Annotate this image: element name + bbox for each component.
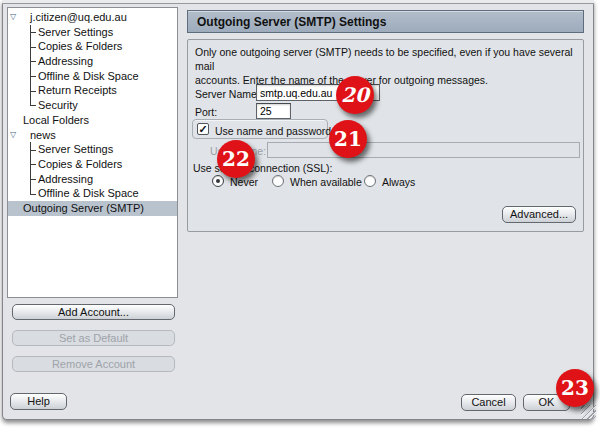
callout-badge-21: 21	[329, 120, 367, 158]
ssl-when-available-label[interactable]: When available	[290, 176, 362, 189]
help-button[interactable]: Help	[10, 393, 67, 410]
remove-account-button: Remove Account	[12, 356, 175, 372]
ssl-label: Use secure connection (SSL):	[193, 162, 332, 175]
sidebar-item-offline-disk-space[interactable]: Offline & Disk Space	[8, 69, 177, 84]
tree-label: Offline & Disk Space	[38, 187, 139, 199]
tree-label: Security	[38, 99, 78, 111]
set-as-default-button: Set as Default	[12, 330, 175, 346]
callout-badge-20: 20	[336, 76, 374, 114]
resize-grip[interactable]	[581, 405, 596, 419]
sidebar-item-account-jcitizen[interactable]: ▽ j.citizen@uq.edu.au	[8, 10, 177, 25]
cancel-button[interactable]: Cancel	[461, 394, 516, 411]
user-name-input	[267, 142, 580, 158]
server-name-label: Server Name:	[195, 88, 260, 101]
page-title: Outgoing Server (SMTP) Settings	[187, 10, 584, 33]
ssl-never-radio[interactable]	[212, 175, 224, 187]
sidebar-item-account-news[interactable]: ▽ news	[8, 128, 177, 143]
advanced-button[interactable]: Advanced...	[502, 206, 576, 223]
tree-connector	[30, 98, 31, 105]
callout-badge-23: 23	[556, 369, 594, 407]
port-input[interactable]	[256, 103, 291, 119]
description-text: Only one outgoing server (SMTP) needs to…	[195, 45, 580, 87]
tree-label: j.citizen@uq.edu.au	[30, 11, 127, 23]
tree-label: Offline & Disk Space	[38, 70, 139, 82]
tree-label: Outgoing Server (SMTP)	[23, 202, 144, 214]
sidebar-item-news-server-settings[interactable]: Server Settings	[8, 142, 177, 157]
ssl-always-radio[interactable]	[364, 175, 376, 187]
ssl-when-available-radio[interactable]	[272, 175, 284, 187]
tree-label: Addressing	[38, 55, 93, 67]
sidebar-item-copies-folders[interactable]: Copies & Folders	[8, 39, 177, 54]
tree-label: Copies & Folders	[38, 40, 122, 52]
sidebar-item-security[interactable]: Security	[8, 98, 177, 113]
sidebar-item-news-copies-folders[interactable]: Copies & Folders	[8, 157, 177, 172]
sidebar-item-server-settings[interactable]: Server Settings	[8, 25, 177, 40]
tree-connector	[30, 186, 31, 193]
sidebar-item-news-offline-disk-space[interactable]: Offline & Disk Space	[8, 186, 177, 201]
expander-triangle-icon[interactable]: ▽	[10, 128, 16, 143]
use-name-password-label: Use name and password	[215, 125, 331, 138]
callout-badge-22: 22	[217, 140, 255, 178]
sidebar-item-local-folders[interactable]: Local Folders	[8, 113, 177, 128]
tree-label: news	[30, 129, 56, 141]
sidebar-item-return-receipts[interactable]: Return Receipts	[8, 83, 177, 98]
tree-label: Addressing	[38, 173, 93, 185]
tree-label: Return Receipts	[38, 84, 117, 96]
add-account-button[interactable]: Add Account...	[12, 304, 175, 320]
expander-triangle-icon[interactable]: ▽	[10, 10, 16, 25]
window-titlebar-edge	[2, 0, 594, 4]
sidebar-item-addressing[interactable]: Addressing	[8, 54, 177, 69]
accounts-tree: ▽ j.citizen@uq.edu.au Server Settings Co…	[7, 7, 178, 298]
sidebar-item-outgoing-server-smtp[interactable]: Outgoing Server (SMTP)	[8, 201, 177, 216]
ssl-always-label[interactable]: Always	[382, 176, 415, 189]
tree-label: Server Settings	[38, 143, 113, 155]
port-label: Port:	[195, 106, 217, 119]
sidebar-item-news-addressing[interactable]: Addressing	[8, 172, 177, 187]
tree-label: Server Settings	[38, 26, 113, 38]
use-name-password-checkbox[interactable]: ✓	[197, 123, 209, 135]
tree-label: Local Folders	[23, 114, 89, 126]
tree-label: Copies & Folders	[38, 158, 122, 170]
